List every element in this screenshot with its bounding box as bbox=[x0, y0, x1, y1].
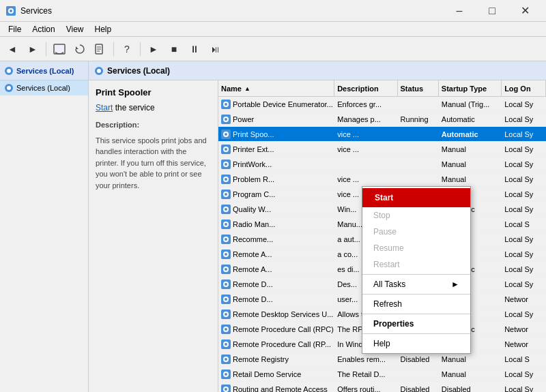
resume-button[interactable]: ⏯ bbox=[205, 40, 225, 59]
service-icon bbox=[221, 145, 231, 154]
service-name-text: Program C... bbox=[233, 190, 275, 198]
service-row[interactable]: Problem R...vice ...ManualLocal Sy bbox=[218, 172, 546, 187]
title-bar: Services – □ ✕ bbox=[0, 0, 546, 22]
service-cell-logon: Networ bbox=[502, 292, 546, 306]
menu-help[interactable]: Help bbox=[89, 23, 117, 35]
service-cell-startup: Manual bbox=[439, 367, 502, 381]
service-cell-name: PrintWork... bbox=[218, 157, 334, 171]
ctx-pause[interactable]: Pause bbox=[362, 224, 470, 240]
service-row[interactable]: PrintWork...ManualLocal Sy bbox=[218, 157, 546, 172]
service-name-text: Recomme... bbox=[233, 235, 273, 243]
sidebar-header[interactable]: Services (Local) bbox=[0, 61, 88, 80]
service-icon bbox=[221, 385, 231, 393]
service-cell-name: Program C... bbox=[218, 187, 334, 201]
service-name-text: Problem R... bbox=[233, 175, 274, 183]
back-button[interactable]: ◄ bbox=[3, 40, 22, 59]
ctx-all-tasks[interactable]: All Tasks ► bbox=[362, 276, 470, 292]
service-row[interactable]: Print Spoo...vice ...AutomaticLocal Sy bbox=[218, 127, 546, 142]
service-cell-logon: Local Sy bbox=[502, 112, 546, 126]
ctx-sep-4 bbox=[362, 333, 470, 334]
service-row[interactable]: Printer Ext...vice ...ManualLocal Sy bbox=[218, 142, 546, 157]
window-title: Services bbox=[20, 6, 444, 16]
menu-action[interactable]: Action bbox=[27, 23, 60, 35]
play-button[interactable]: ► bbox=[144, 40, 163, 59]
header-description[interactable]: Description bbox=[334, 80, 397, 96]
service-cell-status: Running bbox=[398, 112, 439, 126]
ctx-start[interactable]: Start bbox=[362, 188, 470, 207]
service-row[interactable]: Routing and Remote AccessOffers routi...… bbox=[218, 382, 546, 392]
stop-button[interactable]: ■ bbox=[164, 40, 184, 59]
service-cell-desc: Enforces gr... bbox=[334, 97, 397, 111]
console-button[interactable] bbox=[50, 40, 69, 59]
service-icon bbox=[221, 295, 231, 304]
service-cell-logon: Local Sy bbox=[502, 247, 546, 261]
maximize-button[interactable]: □ bbox=[476, 0, 508, 22]
minimize-button[interactable]: – bbox=[444, 0, 475, 22]
service-icon bbox=[221, 310, 231, 319]
service-cell-logon: Local Sy bbox=[502, 307, 546, 321]
service-row[interactable]: PowerManages p...RunningAutomaticLocal S… bbox=[218, 112, 546, 127]
ctx-restart[interactable]: Restart bbox=[362, 256, 470, 273]
detail-start-link[interactable]: Start bbox=[96, 103, 113, 112]
svg-point-14 bbox=[7, 69, 11, 73]
svg-point-46 bbox=[225, 298, 227, 301]
service-cell-name: Problem R... bbox=[218, 172, 334, 186]
service-cell-name: Remote Procedure Call (RPC) bbox=[218, 322, 334, 336]
detail-description: This service spools print jobs and handl… bbox=[96, 135, 211, 192]
pane-header: Services (Local) bbox=[89, 61, 546, 80]
forward-button[interactable]: ► bbox=[23, 40, 42, 59]
service-row[interactable]: Retail Demo ServiceThe Retail D...Manual… bbox=[218, 367, 546, 382]
help-toolbar-button[interactable]: ? bbox=[117, 40, 136, 59]
service-cell-name: Radio Man... bbox=[218, 217, 334, 231]
service-icon bbox=[221, 205, 231, 214]
service-cell-logon: Local Sy bbox=[502, 157, 546, 171]
refresh-toolbar-button[interactable] bbox=[70, 40, 89, 59]
service-cell-name: Power bbox=[218, 112, 334, 126]
service-icon bbox=[221, 220, 231, 229]
detail-description-label: Description: bbox=[96, 119, 211, 131]
service-cell-desc: Offers routi... bbox=[334, 382, 397, 392]
header-startup[interactable]: Startup Type bbox=[439, 80, 502, 96]
ctx-properties[interactable]: Properties bbox=[362, 316, 470, 332]
service-row[interactable]: Portable Device Enumerator...Enforces gr… bbox=[218, 97, 546, 112]
service-name-text: Routing and Remote Access bbox=[233, 385, 328, 393]
right-content: Services (Local) Print Spooler Start the… bbox=[89, 61, 546, 392]
ctx-help[interactable]: Help bbox=[362, 335, 470, 352]
ctx-sep-3 bbox=[362, 314, 470, 314]
service-row[interactable]: Remote RegistryEnables rem...DisabledMan… bbox=[218, 352, 546, 367]
svg-point-58 bbox=[225, 388, 227, 391]
service-name-text: Print Spoo... bbox=[233, 130, 274, 138]
close-button[interactable]: ✕ bbox=[509, 0, 541, 22]
svg-point-44 bbox=[225, 283, 227, 286]
service-name-text: Quality W... bbox=[233, 205, 271, 213]
ctx-resume[interactable]: Resume bbox=[362, 240, 470, 256]
service-cell-desc: vice ... bbox=[334, 127, 397, 141]
service-cell-logon: Local Sy bbox=[502, 142, 546, 156]
ctx-refresh[interactable]: Refresh bbox=[362, 296, 470, 312]
header-name[interactable]: Name ▲ bbox=[218, 80, 334, 96]
service-icon bbox=[221, 115, 231, 124]
header-status[interactable]: Status bbox=[398, 80, 439, 96]
service-name-text: Remote D... bbox=[233, 295, 273, 303]
service-cell-name: Portable Device Enumerator... bbox=[218, 97, 334, 111]
service-cell-logon: Local Sy bbox=[502, 367, 546, 381]
svg-point-48 bbox=[225, 313, 227, 316]
service-name-text: Remote Procedure Call (RP... bbox=[233, 340, 331, 348]
header-logon[interactable]: Log On bbox=[502, 80, 546, 96]
ctx-stop[interactable]: Stop bbox=[362, 207, 470, 224]
service-cell-name: Remote D... bbox=[218, 292, 334, 306]
svg-point-50 bbox=[225, 328, 227, 331]
sidebar-services-icon bbox=[4, 83, 14, 93]
service-name-text: Remote A... bbox=[233, 265, 272, 273]
service-cell-logon: Local Sy bbox=[502, 382, 546, 392]
pane-header-icon bbox=[94, 66, 104, 76]
svg-point-52 bbox=[225, 343, 227, 346]
svg-point-18 bbox=[97, 69, 101, 73]
pause-button[interactable]: ⏸ bbox=[185, 40, 204, 59]
export-button[interactable] bbox=[91, 40, 110, 59]
sidebar-item-services-local[interactable]: Services (Local) bbox=[0, 80, 88, 95]
menu-view[interactable]: View bbox=[61, 23, 89, 35]
menu-file[interactable]: File bbox=[3, 23, 27, 35]
service-cell-logon: Local Sy bbox=[502, 187, 546, 201]
app-icon bbox=[5, 5, 16, 16]
